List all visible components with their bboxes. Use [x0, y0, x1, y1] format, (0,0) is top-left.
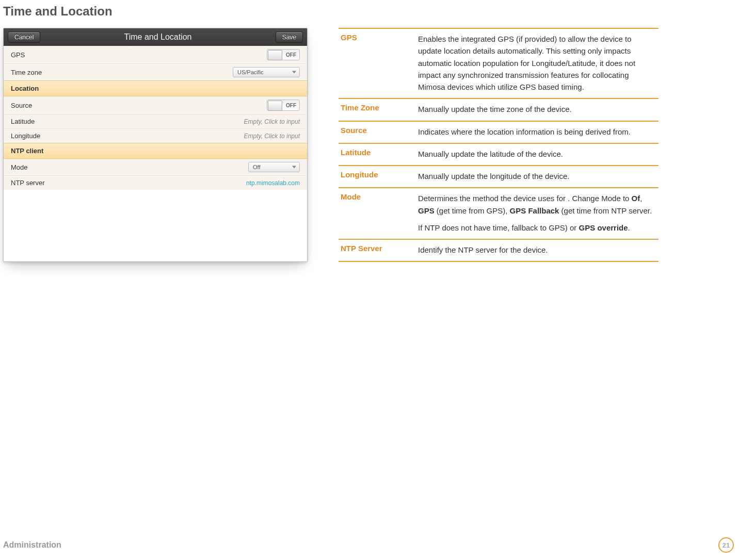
text: ,: [640, 194, 642, 203]
gps-label: GPS: [11, 51, 25, 59]
row-timezone: Time zone US/Pacific: [4, 63, 307, 80]
settings-panel: Cancel Time and Location Save GPS OFF Ti…: [3, 28, 308, 262]
def-term: GPS: [341, 33, 408, 93]
panel-header: Cancel Time and Location Save: [4, 28, 307, 46]
timezone-select[interactable]: US/Pacific: [233, 67, 300, 77]
save-button[interactable]: Save: [276, 31, 303, 43]
gps-toggle[interactable]: OFF: [267, 49, 300, 60]
page-title: Time and Location: [0, 0, 739, 19]
def-term: Longitude: [341, 170, 408, 182]
timezone-label: Time zone: [11, 69, 42, 76]
row-mode: Mode Off: [4, 159, 307, 175]
def-desc: Manually update the longitude of the dev…: [418, 170, 570, 182]
source-label: Source: [11, 102, 32, 109]
def-row-timezone: Time Zone Manually update the time zone …: [339, 98, 658, 120]
row-ntp-server: NTP server ntp.mimosalab.com: [4, 175, 307, 190]
text: (get time from GPS),: [435, 206, 510, 215]
mode-select[interactable]: Off: [248, 162, 300, 172]
longitude-label: Longitude: [11, 132, 40, 140]
text: (get time from NTP server.: [559, 206, 652, 215]
def-row-latitude: Latitude Manually update the latitude of…: [339, 143, 658, 165]
page-number: 21: [718, 537, 734, 553]
row-source: Source OFF: [4, 96, 307, 114]
cancel-button[interactable]: Cancel: [8, 31, 40, 43]
def-row-source: Source Indicates where the location info…: [339, 121, 658, 143]
source-toggle[interactable]: OFF: [267, 100, 300, 111]
bold-gps: GPS: [418, 206, 435, 215]
form-block-main: GPS OFF Time zone US/Pacific: [4, 46, 307, 80]
def-desc: Identify the NTP server for the device.: [418, 244, 548, 256]
text: If NTP does not have time, fallback to G…: [418, 223, 579, 232]
row-longitude: Longitude Empty, Click to input: [4, 128, 307, 143]
def-row-ntp-server: NTP Server Identify the NTP server for t…: [339, 239, 658, 262]
def-term: Latitude: [341, 148, 408, 160]
section-location: Location: [4, 80, 307, 96]
form-block-ntp: Mode Off NTP server ntp.mimosalab.com: [4, 159, 307, 190]
def-row-mode: Mode Determines the method the device us…: [339, 187, 658, 239]
ntp-server-value[interactable]: ntp.mimosalab.com: [246, 179, 300, 187]
text: Determines the method the device uses fo…: [418, 194, 632, 203]
row-gps: GPS OFF: [4, 46, 307, 63]
def-row-gps: GPS Enables the integrated GPS (if provi…: [339, 28, 658, 98]
def-desc: Determines the method the device uses fo…: [418, 192, 656, 234]
content-wrap: Cancel Time and Location Save GPS OFF Ti…: [0, 19, 739, 262]
bold-of: Of: [632, 194, 640, 203]
section-ntp: NTP client: [4, 143, 307, 159]
def-desc: Enables the integrated GPS (if provided)…: [418, 33, 656, 93]
row-latitude: Latitude Empty, Click to input: [4, 114, 307, 128]
def-desc: Indicates where the location information…: [418, 126, 631, 138]
def-desc: Manually update the latitude of the devi…: [418, 148, 563, 160]
def-desc: Manually update the time zone of the dev…: [418, 103, 572, 115]
latitude-label: Latitude: [11, 118, 35, 125]
def-term: Mode: [341, 192, 408, 234]
bold-gps-fallback: GPS Fallback: [510, 206, 559, 215]
form-block-location: Source OFF Latitude Empty, Click to inpu…: [4, 96, 307, 143]
definitions-table: GPS Enables the integrated GPS (if provi…: [339, 28, 658, 262]
latitude-input[interactable]: Empty, Click to input: [244, 118, 300, 125]
mode-label: Mode: [11, 163, 28, 171]
def-row-longitude: Longitude Manually update the longitude …: [339, 165, 658, 187]
def-term: Time Zone: [341, 103, 408, 115]
def-term: NTP Server: [341, 244, 408, 256]
bold-gps-override: GPS override: [579, 223, 628, 232]
footer-section-label: Administration: [3, 540, 61, 550]
ntp-server-label: NTP server: [11, 179, 45, 187]
text: .: [628, 223, 630, 232]
panel-title: Time and Location: [40, 32, 275, 42]
def-term: Source: [341, 126, 408, 138]
page-footer: Administration 21: [3, 537, 734, 553]
longitude-input[interactable]: Empty, Click to input: [244, 133, 300, 140]
